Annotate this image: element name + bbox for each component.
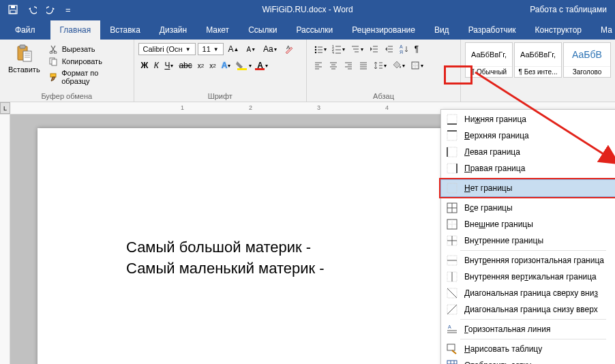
numbering-button[interactable]: 123▾ bbox=[329, 42, 348, 56]
redo-icon[interactable] bbox=[46, 5, 56, 15]
paste-icon bbox=[14, 44, 33, 63]
shading-button[interactable]: ▾ bbox=[389, 59, 408, 72]
underline-button[interactable]: Ч▾ bbox=[162, 59, 176, 72]
svg-rect-9 bbox=[52, 59, 57, 65]
sort-button[interactable]: АЯ bbox=[396, 42, 411, 56]
svg-point-14 bbox=[315, 46, 316, 48]
tab-mailings[interactable]: Рассылки bbox=[286, 20, 342, 40]
change-case-button[interactable]: Aa▾ bbox=[260, 42, 280, 56]
ruler-corner[interactable]: L bbox=[0, 102, 10, 114]
highlight-button[interactable]: ▾ bbox=[233, 59, 254, 72]
group-clipboard-label: Буфер обмена bbox=[4, 91, 130, 102]
border-all-item[interactable]: Все границы bbox=[441, 200, 615, 216]
border-bottom-item[interactable]: Нижняя граница bbox=[441, 111, 615, 127]
font-color-button[interactable]: A▾ bbox=[254, 59, 271, 72]
clear-format-button[interactable]: A bbox=[282, 42, 297, 56]
line-spacing-button[interactable]: ▾ bbox=[371, 59, 389, 72]
svg-text:А: А bbox=[400, 44, 403, 49]
svg-text:A: A bbox=[286, 44, 290, 50]
tab-references[interactable]: Ссылки bbox=[239, 20, 286, 40]
tab-design[interactable]: Дизайн bbox=[150, 20, 196, 40]
svg-text:3: 3 bbox=[332, 51, 334, 54]
copy-icon bbox=[48, 57, 58, 66]
group-paragraph-label: Абзац bbox=[311, 91, 456, 102]
align-center-button[interactable] bbox=[326, 59, 341, 72]
border-left-item[interactable]: Левая граница bbox=[441, 144, 615, 160]
grow-font-button[interactable]: A▲ bbox=[226, 42, 242, 56]
svg-rect-48 bbox=[447, 361, 457, 364]
style-heading1[interactable]: АаБбВЗаголово bbox=[563, 42, 611, 78]
style-nospacing[interactable]: АаБбВвГг,¶ Без инте... bbox=[514, 42, 562, 78]
italic-button[interactable]: К bbox=[151, 59, 162, 72]
view-gridlines-item[interactable]: Отобразить сетку bbox=[441, 357, 615, 364]
svg-rect-13 bbox=[255, 68, 265, 70]
undo-icon[interactable] bbox=[27, 5, 37, 15]
border-diag-up-item[interactable]: Диагональная граница снизу вверх bbox=[441, 301, 615, 318]
shrink-font-button[interactable]: A▼ bbox=[243, 42, 258, 56]
doc-line-1[interactable]: Самый большой материк - bbox=[126, 237, 467, 258]
svg-rect-24 bbox=[447, 115, 457, 124]
decrease-indent-button[interactable] bbox=[366, 42, 381, 56]
svg-rect-4 bbox=[20, 45, 25, 48]
tab-insert[interactable]: Вставка bbox=[100, 20, 150, 40]
svg-rect-32 bbox=[447, 183, 457, 193]
justify-button[interactable] bbox=[356, 59, 371, 72]
text-effects-button[interactable]: A▾ bbox=[219, 59, 234, 72]
save-icon[interactable] bbox=[8, 5, 18, 15]
svg-rect-47 bbox=[447, 344, 455, 350]
cut-icon bbox=[48, 44, 58, 54]
border-inside-v-item[interactable]: Внутренняя вертикальная граница bbox=[441, 269, 615, 285]
bold-button[interactable]: Ж bbox=[138, 59, 151, 72]
qat-customize-icon[interactable]: = bbox=[65, 5, 71, 15]
copy-button[interactable]: Копировать bbox=[46, 56, 130, 67]
draw-table-item[interactable]: Нарисовать таблицу bbox=[441, 341, 615, 357]
svg-rect-26 bbox=[447, 131, 457, 140]
tab-layout[interactable]: Макет bbox=[196, 20, 239, 40]
format-painter-button[interactable]: Формат по образцу bbox=[46, 68, 130, 86]
horizontal-line-item[interactable]: AГоризонтальная линия bbox=[441, 321, 615, 337]
border-diag-down-item[interactable]: Диагональная граница сверху вниз bbox=[441, 285, 615, 301]
ribbon-tabs: Файл Главная Вставка Дизайн Макет Ссылки… bbox=[0, 19, 615, 40]
paste-button[interactable]: Вставить bbox=[4, 42, 44, 86]
tab-home[interactable]: Главная bbox=[50, 20, 101, 40]
border-inside-h-item[interactable]: Внутренняя горизонтальная граница bbox=[441, 252, 615, 269]
svg-line-43 bbox=[447, 305, 457, 314]
doc-line-2[interactable]: Самый маленький материк - bbox=[126, 258, 467, 279]
align-right-button[interactable] bbox=[341, 59, 356, 72]
svg-rect-10 bbox=[50, 74, 56, 77]
vertical-ruler[interactable] bbox=[0, 115, 10, 364]
ribbon: Вставить Вырезать Копировать Формат по о… bbox=[0, 40, 615, 102]
font-name-combo[interactable]: Calibri (Осн▼ bbox=[138, 43, 196, 55]
border-top-item[interactable]: Верхняя граница bbox=[441, 127, 615, 144]
svg-line-41 bbox=[447, 288, 457, 298]
paste-label: Вставить bbox=[8, 65, 40, 74]
font-size-combo[interactable]: 11▼ bbox=[198, 43, 224, 55]
svg-text:Я: Я bbox=[400, 50, 403, 54]
group-font-label: Шрифт bbox=[138, 91, 302, 102]
window-title: WiFiGiD.RU.docx - Word bbox=[262, 5, 352, 14]
svg-rect-28 bbox=[447, 147, 457, 157]
subscript-button[interactable]: x2 bbox=[195, 59, 207, 72]
tab-developer[interactable]: Разработчик bbox=[459, 20, 526, 40]
multilevel-button[interactable]: ▾ bbox=[348, 42, 366, 56]
cut-button[interactable]: Вырезать bbox=[46, 44, 130, 55]
bullets-button[interactable]: ▾ bbox=[311, 42, 329, 56]
align-left-button[interactable] bbox=[311, 59, 326, 72]
tab-file[interactable]: Файл bbox=[0, 20, 50, 40]
tab-view[interactable]: Вид bbox=[425, 20, 459, 40]
tab-table-layout[interactable]: Ма bbox=[591, 20, 615, 40]
border-none-item[interactable]: Нет границы bbox=[441, 180, 615, 196]
border-right-item[interactable]: Правая граница bbox=[441, 160, 615, 177]
increase-indent-button[interactable] bbox=[381, 42, 396, 56]
show-marks-button[interactable]: ¶ bbox=[411, 42, 422, 56]
strikethrough-button[interactable]: abc bbox=[176, 59, 194, 72]
svg-rect-30 bbox=[447, 164, 457, 173]
svg-text:A: A bbox=[448, 324, 451, 329]
tab-review[interactable]: Рецензирование bbox=[342, 20, 425, 40]
border-inside-item[interactable]: Внутренние границы bbox=[441, 232, 615, 249]
tab-table-design[interactable]: Конструктор bbox=[526, 20, 591, 40]
border-outside-item[interactable]: Внешние границы bbox=[441, 216, 615, 232]
superscript-button[interactable]: x2 bbox=[207, 59, 218, 72]
borders-button[interactable]: ▾ bbox=[408, 59, 426, 72]
svg-point-15 bbox=[315, 49, 316, 50]
